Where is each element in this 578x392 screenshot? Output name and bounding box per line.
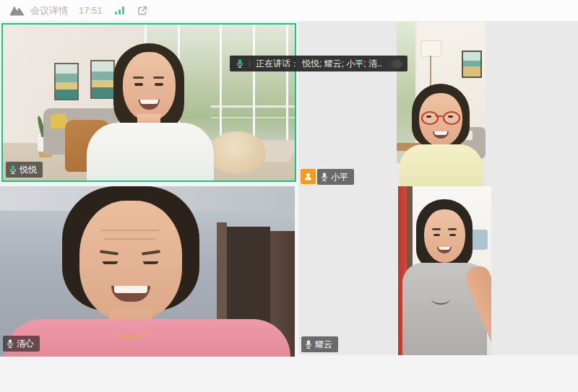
video-tile-yueyue[interactable]: 悦悦 — [1, 23, 296, 182]
microphone-icon — [9, 165, 17, 175]
wall-art — [90, 60, 115, 99]
open-external-icon[interactable] — [137, 5, 148, 17]
host-badge-icon — [301, 169, 316, 184]
top-bar: 会议详情 17:51 — [0, 0, 578, 22]
portrait-video — [397, 22, 486, 186]
microphone-icon — [7, 339, 14, 349]
now-speaking-names: 悦悦; 耀云; 小平; 清.. — [302, 58, 382, 70]
shirt-graphic — [431, 293, 450, 305]
participant-name-badge: 清心 — [3, 336, 40, 352]
eyeglasses — [421, 111, 439, 125]
participant-name: 清心 — [17, 339, 34, 348]
microphone-active-icon — [236, 58, 243, 69]
app-logo-icon — [9, 5, 25, 16]
page-title: 会议详情 — [30, 4, 68, 17]
now-speaking-label: 正在讲话： — [256, 58, 299, 70]
wall-art — [54, 63, 79, 100]
participant-shirt — [4, 319, 290, 357]
participant-name: 小平 — [331, 173, 348, 181]
participant-name: 耀云 — [315, 340, 332, 349]
participant-name-badge: 悦悦 — [6, 162, 43, 178]
video-tile-xiaoping[interactable]: 小平 — [298, 22, 578, 186]
eyeglasses — [443, 111, 460, 125]
portrait-video — [398, 186, 491, 355]
participant-name-badge: 耀云 — [301, 336, 338, 352]
participant-shirt — [400, 144, 483, 186]
microphone-icon — [321, 172, 328, 182]
necklace — [114, 318, 147, 338]
bean-bag — [208, 131, 266, 173]
now-speaking-banner: 正在讲话： 悦悦; 耀云; 小平; 清.. — [230, 56, 407, 71]
participant-shirt — [87, 123, 214, 182]
microphone-icon — [305, 339, 312, 349]
video-tile-qingxin[interactable]: 清心 — [0, 186, 295, 357]
meeting-window: 会议详情 17:51 — [0, 0, 578, 392]
participant-name-badge: 小平 — [317, 169, 354, 185]
wall-art — [462, 51, 482, 78]
meeting-time: 17:51 — [79, 5, 103, 16]
video-tile-yaoyun[interactable]: 耀云 — [298, 186, 578, 355]
floor-lamp — [420, 40, 441, 57]
participant-name: 悦悦 — [20, 165, 37, 174]
signal-strength-icon — [115, 6, 124, 14]
